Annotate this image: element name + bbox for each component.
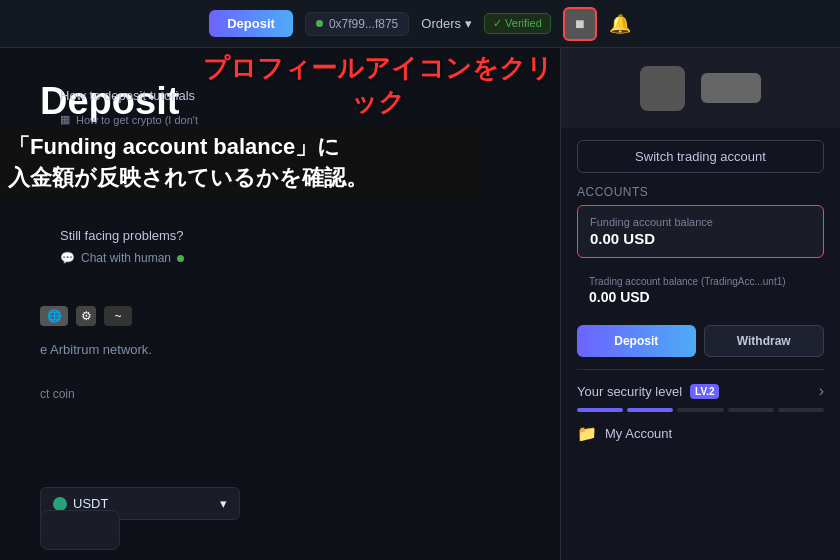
coin-value: USDT <box>73 496 108 511</box>
bottom-card <box>40 510 120 550</box>
funding-amount: 0.00 USD <box>590 230 811 247</box>
divider <box>577 369 824 370</box>
seg-4 <box>728 408 774 412</box>
security-level-badge: LV.2 <box>690 384 719 399</box>
security-level-row[interactable]: Your security level LV.2 › <box>561 382 840 408</box>
orders-chevron-icon: ▾ <box>465 16 472 31</box>
orders-button[interactable]: Orders ▾ <box>421 16 472 31</box>
deposit-action-button[interactable]: Deposit <box>577 325 696 357</box>
trading-account-box: Trading account balance (TradingAcc...un… <box>577 266 824 315</box>
still-facing-title: Still facing problems? <box>60 228 240 243</box>
wallet-address-text: 0x7f99...f875 <box>329 17 398 31</box>
security-label: Your security level <box>577 384 682 399</box>
security-chevron-icon: › <box>819 382 824 400</box>
seg-5 <box>778 408 824 412</box>
security-left: Your security level LV.2 <box>577 384 719 399</box>
still-facing-section: Still facing problems? 💬 Chat with human <box>60 228 240 265</box>
switch-trading-account-button[interactable]: Switch trading account <box>577 140 824 173</box>
funding-label: Funding account balance <box>590 216 811 228</box>
tutorials-title: How to deposit tutorials <box>60 88 240 103</box>
page-subtitle: Deposit funds to your GRVT funding accou… <box>40 131 520 146</box>
main-content: Deposit Deposit funds to your GRVT fundi… <box>0 48 840 560</box>
seg-1 <box>577 408 623 412</box>
my-account-label: My Account <box>605 426 672 441</box>
coin-label: ct coin <box>40 387 520 401</box>
profile-button[interactable]: ■ <box>563 7 597 41</box>
action-buttons: Deposit Withdraw <box>561 325 840 369</box>
trading-amount: 0.00 USD <box>589 289 812 305</box>
wallet-status-dot <box>316 20 323 27</box>
seg-2 <box>627 408 673 412</box>
mini-icons-row: 🌐 ⚙ ~ <box>40 306 520 326</box>
icon-1: 🌐 <box>40 306 68 326</box>
deposit-button[interactable]: Deposit <box>209 10 293 37</box>
seg-3 <box>677 408 723 412</box>
icon-3: ~ <box>104 306 132 326</box>
left-panel: Deposit Deposit funds to your GRVT fundi… <box>0 48 560 560</box>
right-dropdown-panel: Switch trading account Accounts Funding … <box>560 48 840 560</box>
wallet-address-pill[interactable]: 0x7f99...f875 <box>305 12 409 36</box>
tutorials-section: How to deposit tutorials ▦ How to get cr… <box>60 88 240 132</box>
verified-badge: ✓ Verified <box>484 13 551 34</box>
my-account-row[interactable]: 📁 My Account <box>561 424 840 443</box>
tutorial-item-1[interactable]: ▦ How to get crypto (I don't <box>60 113 240 126</box>
funding-account-box: Funding account balance 0.00 USD <box>577 205 824 258</box>
dropdown-chevron-icon: ▾ <box>220 496 227 511</box>
coin-icon <box>53 497 67 511</box>
tutorial-icon: ▦ <box>60 113 70 126</box>
profile-icon: ■ <box>575 15 585 33</box>
icon-2: ⚙ <box>76 306 96 326</box>
chat-button[interactable]: 💬 Chat with human <box>60 251 240 265</box>
bell-icon: 🔔 <box>609 14 631 34</box>
trading-label: Trading account balance (TradingAcc...un… <box>589 276 812 287</box>
avatar-section <box>561 48 840 128</box>
avatar <box>640 66 685 111</box>
folder-icon: 📁 <box>577 424 597 443</box>
accounts-section-label: Accounts <box>561 185 840 205</box>
coin-selected: USDT <box>53 496 108 511</box>
top-nav: Deposit 0x7f99...f875 Orders ▾ ✓ Verifie… <box>0 0 840 48</box>
notifications-button[interactable]: 🔔 <box>609 13 631 35</box>
withdraw-button[interactable]: Withdraw <box>704 325 825 357</box>
security-progress-bar <box>561 408 840 424</box>
tutorial-text-1: How to get crypto (I don't <box>76 114 198 126</box>
chat-online-dot <box>177 255 184 262</box>
orders-label: Orders <box>421 16 461 31</box>
chat-icon: 💬 <box>60 251 75 265</box>
chat-label: Chat with human <box>81 251 171 265</box>
avatar-extra <box>701 73 761 103</box>
network-text: e Arbitrum network. <box>40 342 520 357</box>
coin-selector-section: ct coin USDT ▾ <box>40 387 520 401</box>
verified-label: ✓ Verified <box>493 17 542 30</box>
